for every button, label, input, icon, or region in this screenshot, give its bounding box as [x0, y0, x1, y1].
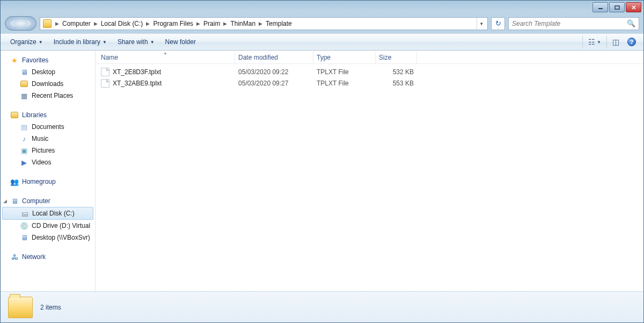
help-button[interactable]: ?: [624, 35, 639, 48]
file-list-pane: Name ▴ Date modified Type Size XT_2E8D3F…: [96, 51, 643, 291]
column-headers: Name ▴ Date modified Type Size: [96, 51, 643, 64]
disk-icon: 🖴: [20, 209, 29, 218]
nav-item-recent-places[interactable]: ▦Recent Places: [1, 90, 95, 102]
pictures-icon: ▣: [20, 146, 28, 155]
maximize-button[interactable]: [609, 2, 625, 12]
crumb-local-disk[interactable]: Local Disk (C:): [100, 20, 144, 27]
help-icon: ?: [627, 38, 636, 46]
computer-icon: 🖥: [10, 197, 19, 205]
downloads-icon: [20, 80, 28, 88]
desktop-icon: 🖥: [20, 68, 28, 76]
nav-head-favorites[interactable]: ★ Favorites: [1, 54, 95, 66]
address-bar[interactable]: ▶ Computer ▶ Local Disk (C:) ▶ Program F…: [40, 17, 488, 30]
nav-group-network: 🖧 Network: [1, 251, 95, 263]
maximize-icon: [614, 5, 620, 10]
music-icon: ♪: [20, 134, 28, 143]
search-icon[interactable]: 🔍: [627, 19, 635, 27]
nav-head-network[interactable]: 🖧 Network: [1, 251, 95, 263]
new-folder-button[interactable]: New folder: [160, 35, 201, 48]
nav-head-computer[interactable]: ◢ 🖥 Computer: [1, 195, 95, 207]
back-arrow-icon: [9, 20, 17, 27]
chevron-down-icon: ▼: [150, 40, 155, 45]
crumb-chevron-icon[interactable]: ▶: [92, 21, 100, 26]
command-bar: Organize▼ Include in library▼ Share with…: [1, 33, 643, 51]
network-desktop-icon: 🖥: [20, 233, 28, 242]
column-header-type[interactable]: Type: [313, 51, 376, 63]
crumb-computer[interactable]: Computer: [61, 20, 92, 27]
folder-icon: [8, 297, 33, 318]
include-in-library-button[interactable]: Include in library▼: [48, 35, 112, 48]
homegroup-icon: 👥: [10, 177, 19, 186]
crumb-chevron-icon[interactable]: ▶: [221, 21, 229, 26]
share-with-button[interactable]: Share with▼: [112, 35, 160, 48]
crumb-chevron-icon[interactable]: ▶: [194, 21, 202, 26]
nav-item-music[interactable]: ♪Music: [1, 133, 95, 145]
refresh-icon: ↻: [495, 19, 501, 27]
crumb-program-files[interactable]: Program Files: [152, 20, 194, 27]
view-icon: ☷: [588, 38, 595, 46]
nav-group-computer: ◢ 🖥 Computer 🖴Local Disk (C:) 💿CD Drive …: [1, 195, 95, 243]
nav-group-favorites: ★ Favorites 🖥Desktop Downloads ▦Recent P…: [1, 54, 95, 102]
navigation-pane[interactable]: ★ Favorites 🖥Desktop Downloads ▦Recent P…: [1, 51, 96, 291]
close-icon: [631, 5, 636, 10]
forward-arrow-icon: [25, 20, 32, 27]
search-input[interactable]: [512, 20, 627, 27]
column-header-name[interactable]: Name ▴: [96, 51, 235, 63]
file-size: 553 KB: [376, 80, 417, 87]
svg-rect-1: [615, 6, 619, 9]
change-view-button[interactable]: ☷▼: [582, 35, 607, 48]
expand-icon[interactable]: ◢: [2, 198, 8, 204]
nav-item-downloads[interactable]: Downloads: [1, 78, 95, 90]
preview-pane-icon: ◫: [612, 38, 619, 46]
address-dropdown-button[interactable]: ▾: [477, 18, 486, 30]
crumb-chevron-icon[interactable]: ▶: [144, 21, 152, 26]
chevron-down-icon: ▼: [103, 40, 107, 45]
star-icon: ★: [10, 56, 19, 64]
videos-icon: ▶: [20, 158, 28, 167]
recent-icon: ▦: [20, 91, 28, 100]
sort-ascending-icon: ▴: [164, 51, 166, 55]
nav-item-desktop[interactable]: 🖥Desktop: [1, 66, 95, 78]
minimize-button[interactable]: [592, 2, 608, 12]
file-icon: [101, 79, 109, 88]
crumb-chevron-icon[interactable]: ▶: [53, 21, 61, 26]
file-type: TPLXT File: [313, 80, 376, 87]
refresh-button[interactable]: ↻: [491, 17, 505, 30]
crumb-praim[interactable]: Praim: [202, 20, 221, 27]
organize-button[interactable]: Organize▼: [5, 35, 48, 48]
documents-icon: ▤: [20, 123, 28, 131]
forward-button[interactable]: [21, 17, 36, 30]
body-area: ★ Favorites 🖥Desktop Downloads ▦Recent P…: [1, 51, 643, 291]
nav-item-net-desktop[interactable]: 🖥Desktop (\\VBoxSvr): [1, 232, 95, 243]
details-summary: 2 items: [40, 304, 61, 311]
crumb-thinman[interactable]: ThinMan: [229, 20, 257, 27]
file-name: XT_2E8D3F.tplxt: [113, 68, 161, 76]
nav-head-homegroup[interactable]: 👥 Homegroup: [1, 176, 95, 188]
file-date: 05/03/2020 09:27: [235, 80, 313, 87]
back-button[interactable]: [5, 17, 21, 30]
crumb-chevron-icon[interactable]: ▶: [257, 21, 265, 26]
nav-item-local-disk[interactable]: 🖴Local Disk (C:): [2, 207, 93, 220]
close-button[interactable]: [626, 2, 641, 12]
nav-item-documents[interactable]: ▤Documents: [1, 121, 95, 133]
search-box[interactable]: 🔍: [508, 17, 639, 30]
nav-head-libraries[interactable]: Libraries: [1, 109, 95, 121]
network-icon: 🖧: [10, 253, 19, 261]
nav-group-libraries: Libraries ▤Documents ♪Music ▣Pictures ▶V…: [1, 109, 95, 168]
nav-item-videos[interactable]: ▶Videos: [1, 156, 95, 168]
nav-item-cd-drive[interactable]: 💿CD Drive (D:) Virtual: [1, 220, 95, 232]
file-name: XT_32ABE9.tplxt: [113, 80, 162, 87]
file-row[interactable]: XT_32ABE9.tplxt 05/03/2020 09:27 TPLXT F…: [96, 77, 643, 89]
minimize-icon: [598, 5, 603, 10]
nav-item-pictures[interactable]: ▣Pictures: [1, 145, 95, 156]
file-size: 532 KB: [376, 68, 417, 76]
nav-group-homegroup: 👥 Homegroup: [1, 176, 95, 188]
explorer-window: ▶ Computer ▶ Local Disk (C:) ▶ Program F…: [0, 0, 644, 323]
file-row[interactable]: XT_2E8D3F.tplxt 05/03/2020 09:22 TPLXT F…: [96, 66, 643, 77]
folder-icon: [43, 19, 52, 28]
preview-pane-button[interactable]: ◫: [608, 35, 623, 48]
column-header-date[interactable]: Date modified: [235, 51, 313, 63]
file-list[interactable]: XT_2E8D3F.tplxt 05/03/2020 09:22 TPLXT F…: [96, 64, 643, 291]
crumb-template[interactable]: Template: [265, 20, 293, 27]
column-header-size[interactable]: Size: [376, 51, 417, 63]
